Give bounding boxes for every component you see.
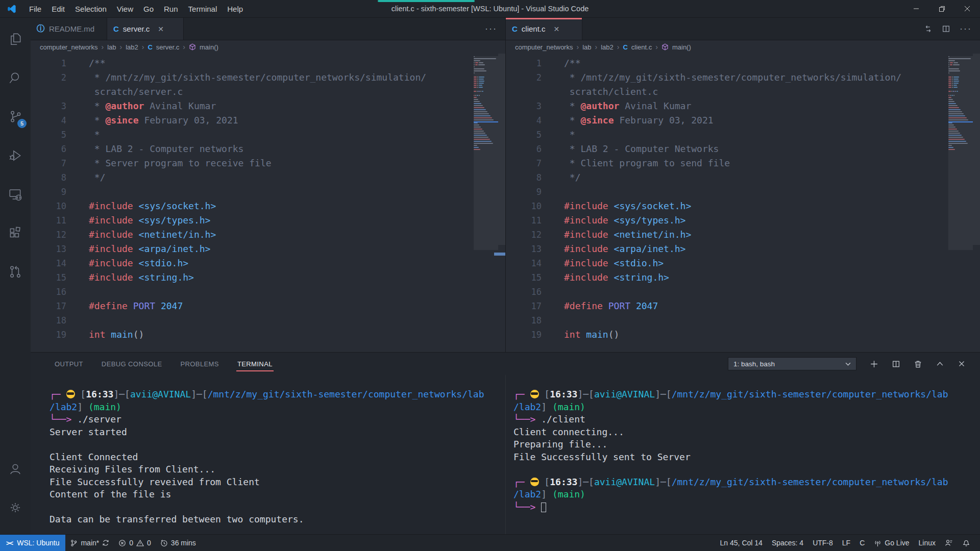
terminal-line [50,501,505,514]
source-control-icon[interactable]: 5 [3,105,28,129]
breadcrumb-left: computer_networks› lab› lab2› C server.c… [31,40,505,54]
more-actions-icon[interactable]: ··· [485,23,497,34]
breadcrumb-item[interactable]: main() [200,43,218,51]
code-line: 9 [506,185,980,199]
code-line: 2 * /mnt/z/my_git/sixth-semester/compute… [31,70,505,85]
status-bar: >< WSL: Ubuntu main* 0 0 36 mins Ln 45, … [0,534,980,551]
menu-edit[interactable]: Edit [46,0,70,18]
breadcrumb-right: computer_networks› lab› lab2› C client.c… [506,40,980,54]
menu-selection[interactable]: Selection [70,0,112,18]
close-window-button[interactable] [954,0,980,18]
breadcrumb-item[interactable]: server.c [156,43,180,51]
info-icon: ⓘ [37,23,45,34]
extensions-icon[interactable] [3,221,28,245]
editor-scrollbar[interactable] [498,54,505,245]
language-mode[interactable]: C [855,535,869,551]
terminal-line: /lab2] (main) [513,488,980,501]
kill-terminal-trash-icon[interactable] [914,360,922,368]
run-and-debug-icon[interactable] [3,143,28,168]
tab-server-c[interactable]: C server.c ✕ [107,18,184,40]
menu-terminal[interactable]: Terminal [183,0,223,18]
code-line: 9 [31,185,505,199]
c-file-icon: C [148,43,152,51]
github-pull-requests-icon[interactable] [3,260,28,284]
menu-file[interactable]: File [24,0,46,18]
settings-gear-icon[interactable] [3,495,28,520]
minimap-slider[interactable] [474,56,498,250]
remote-icon: >< [6,539,13,547]
panel-tab-debug-console[interactable]: DEBUG CONSOLE [101,357,163,371]
minimap[interactable] [474,56,498,260]
os-indicator[interactable]: Linux [914,535,940,551]
breadcrumb-item[interactable]: lab [582,43,591,51]
split-terminal-icon[interactable] [892,360,900,368]
feedback-button[interactable] [940,535,958,551]
restore-button[interactable] [929,0,954,18]
menu-go[interactable]: Go [138,0,159,18]
code-line: 15#include <string.h> [506,270,980,285]
menu-help[interactable]: Help [222,0,248,18]
terminal-line: ┌─ [16:33]─[avii@AVINAL]─[/mnt/z/my_git/… [50,388,505,401]
close-tab-icon[interactable]: ✕ [158,25,164,33]
split-editor-icon[interactable] [942,24,950,33]
breadcrumb-item[interactable]: lab2 [126,43,138,51]
menu-view[interactable]: View [112,0,138,18]
terminal-picker-dropdown[interactable]: 1: bash, bash [728,357,856,370]
notifications-bell[interactable] [958,535,975,551]
minimap-slider[interactable] [948,56,973,250]
code-line: 7 * Server program to receive file [31,156,505,170]
more-actions-icon[interactable]: ··· [960,23,972,34]
terminal-cursor [541,503,546,512]
search-icon[interactable] [3,66,28,90]
eol-sequence[interactable]: LF [838,535,855,551]
breadcrumb-item[interactable]: lab [107,43,116,51]
code-line: 8 */ [506,170,980,185]
tab-bar-right: C client.c ✕ ··· [506,18,980,40]
terminal-line: Client connecting... [513,426,980,439]
remote-explorer-icon[interactable] [3,182,28,207]
indentation[interactable]: Spaces: 4 [767,535,808,551]
minimap[interactable] [948,56,973,260]
code-line: 6 * LAB 2 - Computer networks [31,142,505,156]
code-line: 10#include <sys/socket.h> [31,199,505,213]
terminal-client[interactable]: ┌─ [16:33]─[avii@AVINAL]─[/mnt/z/my_git/… [505,375,980,534]
encoding[interactable]: UTF-8 [808,535,838,551]
feedback-icon [945,539,953,547]
code-editor-client-c[interactable]: 1/**2 * /mnt/z/my_git/sixth-semester/com… [506,54,980,352]
code-editor-server-c[interactable]: 1/**2 * /mnt/z/my_git/sixth-semester/com… [31,54,505,352]
breadcrumb-item[interactable]: computer_networks [515,43,573,51]
new-terminal-icon[interactable] [870,360,878,368]
open-changes-icon[interactable] [924,24,933,33]
cursor-position[interactable]: Ln 45, Col 14 [716,535,767,551]
remote-indicator[interactable]: >< WSL: Ubuntu [0,535,65,551]
close-panel-icon[interactable] [958,360,966,368]
explorer-icon[interactable] [3,27,28,52]
account-icon[interactable] [3,457,28,481]
close-tab-icon[interactable]: ✕ [554,25,560,33]
code-line: 14#include <stdio.h> [506,256,980,270]
breadcrumb-item[interactable]: client.c [631,43,652,51]
sunglasses-emoji [530,390,539,398]
bell-icon [962,539,970,547]
code-line: 12#include <netinet/in.h> [506,228,980,242]
panel-tab-problems[interactable]: PROBLEMS [179,357,219,371]
breadcrumb-item[interactable]: computer_networks [40,43,97,51]
tab-readme-md[interactable]: ⓘ README.md [31,18,107,40]
problems-status[interactable]: 0 0 [114,535,156,551]
terminal-server[interactable]: ┌─ [16:33]─[avii@AVINAL]─[/mnt/z/my_git/… [31,375,505,534]
timer-status[interactable]: 36 mins [156,535,201,551]
maximize-panel-icon[interactable] [936,360,944,368]
branch-label: main* [81,539,99,547]
go-live-button[interactable]: Go Live [869,535,914,551]
sync-icon [102,539,109,546]
panel-tab-output[interactable]: OUTPUT [54,357,84,371]
breadcrumb-item[interactable]: main() [672,43,691,51]
minimize-button[interactable] [903,0,929,18]
menu-run[interactable]: Run [159,0,183,18]
editor-scrollbar[interactable] [973,54,980,245]
breadcrumb-item[interactable]: lab2 [601,43,614,51]
code-line: 2 * /mnt/z/my_git/sixth-semester/compute… [506,70,980,85]
git-branch-status[interactable]: main* [65,535,114,551]
tab-client-c[interactable]: C client.c ✕ [506,18,582,40]
panel-tab-terminal[interactable]: TERMINAL [236,357,274,371]
